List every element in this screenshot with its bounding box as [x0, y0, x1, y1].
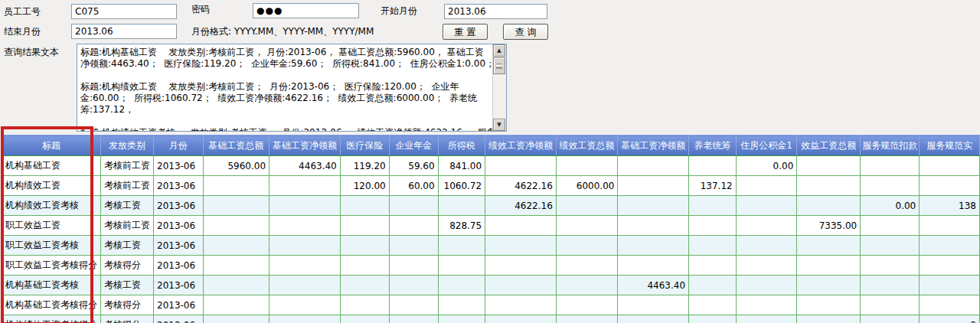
table-row[interactable]: 职工效益工资考核得分考核得分2013-06	[2, 256, 980, 276]
table-cell: 考核前工资	[101, 156, 154, 176]
table-row[interactable]: 机构基础工资考核前工资2013-065960.004463.40119.2059…	[2, 156, 980, 176]
table-cell	[689, 236, 737, 256]
table-row[interactable]: 机构基础工资考核得分考核得分2013-06	[2, 295, 980, 315]
table-cell	[689, 156, 737, 176]
column-header: 月份	[154, 135, 204, 156]
table-cell	[389, 295, 438, 315]
table-cell	[203, 236, 270, 256]
table-cell: 2013-06	[154, 196, 204, 216]
password-input[interactable]	[253, 3, 359, 18]
table-cell	[797, 276, 861, 295]
table-cell: 828.75	[438, 216, 485, 236]
table-cell: 机构基础工资考核得分	[2, 295, 101, 315]
query-result-textarea[interactable]: 标题:机构基础工资 发放类别:考核前工资， 月份:2013-06， 基础工资总额…	[77, 44, 507, 132]
employee-id-input[interactable]	[71, 4, 177, 19]
table-cell: 3	[920, 315, 980, 323]
table-cell	[340, 256, 389, 276]
table-cell: 4622.16	[485, 196, 557, 216]
table-cell	[438, 196, 485, 216]
table-cell	[485, 295, 557, 315]
table-row[interactable]: 机构绩效工资考核得分考核得分2013-063	[2, 315, 980, 323]
employee-id-label: 员工工号	[4, 5, 41, 18]
end-month-input[interactable]	[71, 24, 177, 39]
table-cell: 考核得分	[101, 295, 154, 315]
table-cell	[485, 256, 557, 276]
table-cell: 0.00	[861, 196, 920, 216]
table-cell: 考核工资	[101, 276, 154, 295]
table-cell	[203, 256, 270, 276]
table-cell	[861, 216, 920, 236]
column-header: 企业年金	[389, 135, 438, 156]
scroll-up-icon[interactable]: ▲	[493, 44, 505, 57]
table-cell: 138	[920, 196, 980, 216]
column-header: 服务规范实	[920, 135, 980, 156]
table-cell	[389, 196, 438, 216]
column-header: 住房公积金1	[736, 135, 797, 156]
table-cell	[270, 236, 341, 256]
table-cell	[485, 236, 557, 256]
table-cell	[689, 315, 737, 323]
column-header: 基础工资净领额	[270, 135, 341, 156]
table-row[interactable]: 职工效益工资考核考核工资2013-06	[2, 236, 980, 256]
table-cell	[485, 156, 557, 176]
table-cell: 4622.16	[485, 176, 557, 196]
table-row[interactable]: 机构绩效工资考核前工资2013-06120.0060.001060.724622…	[2, 176, 980, 196]
table-cell	[556, 236, 618, 256]
reset-button[interactable]: 重 置	[443, 24, 488, 40]
table-cell: 120.00	[340, 176, 389, 196]
table-cell	[618, 216, 689, 236]
table-cell: 2013-06	[154, 295, 204, 315]
column-header: 基础工资净领额	[618, 135, 689, 156]
table-cell	[438, 256, 485, 276]
table-cell: 考核得分	[101, 315, 154, 323]
table-cell	[920, 176, 980, 196]
table-row[interactable]: 机构基础工资考核考核工资2013-064463.40	[2, 276, 980, 295]
table-cell	[736, 315, 797, 323]
table-cell: 1060.72	[438, 176, 485, 196]
result-scrollbar[interactable]: ▲ ▼	[492, 44, 506, 131]
table-cell	[618, 315, 689, 323]
table-cell: 机构基础工资	[2, 156, 101, 176]
table-cell	[618, 295, 689, 315]
password-label: 密码	[191, 3, 210, 16]
table-cell	[485, 276, 557, 295]
table-cell: 职工效益工资	[2, 216, 101, 236]
table-cell	[736, 295, 797, 315]
table-cell	[270, 276, 341, 295]
table-cell: 7335.00	[797, 216, 861, 236]
column-header: 绩效工资总额	[556, 135, 618, 156]
salary-table-body: 机构基础工资考核前工资2013-065960.004463.40119.2059…	[2, 156, 980, 323]
table-cell: 2013-06	[154, 156, 204, 176]
table-cell: 考核工资	[101, 236, 154, 256]
start-month-input[interactable]	[444, 4, 547, 19]
table-cell	[920, 256, 980, 276]
table-cell: 2013-06	[154, 256, 204, 276]
payroll-query-screen: 员工工号 密码 开始月份 结束月份 月份格式: YYYY.MM、YYYY-MM、…	[0, 0, 980, 323]
table-cell: 机构绩效工资考核	[2, 196, 101, 216]
table-cell	[389, 216, 438, 236]
table-row[interactable]: 机构绩效工资考核考核工资2013-064622.160.00138	[2, 196, 980, 216]
table-cell	[618, 236, 689, 256]
table-cell	[689, 276, 737, 295]
table-cell	[861, 176, 920, 196]
table-cell	[270, 295, 341, 315]
table-cell: 137.12	[689, 176, 737, 196]
scroll-down-icon[interactable]: ▼	[493, 119, 505, 131]
table-cell: 考核得分	[101, 256, 154, 276]
table-row[interactable]: 职工效益工资考核前工资2013-06828.757335.00	[2, 216, 980, 236]
table-cell	[438, 236, 485, 256]
query-button[interactable]: 查 询	[503, 24, 548, 40]
table-cell	[438, 295, 485, 315]
table-cell	[797, 176, 861, 196]
table-cell	[203, 315, 270, 323]
table-cell: 6000.00	[556, 176, 618, 196]
table-cell: 考核前工资	[101, 176, 154, 196]
table-cell: 2013-06	[154, 276, 204, 295]
scrollbar-thumb[interactable]	[493, 57, 505, 74]
column-header: 标题	[2, 135, 101, 156]
column-header: 医疗保险	[340, 135, 389, 156]
table-cell	[438, 315, 485, 323]
table-cell	[340, 216, 389, 236]
table-cell	[270, 196, 341, 216]
table-cell: 4463.40	[618, 276, 689, 295]
